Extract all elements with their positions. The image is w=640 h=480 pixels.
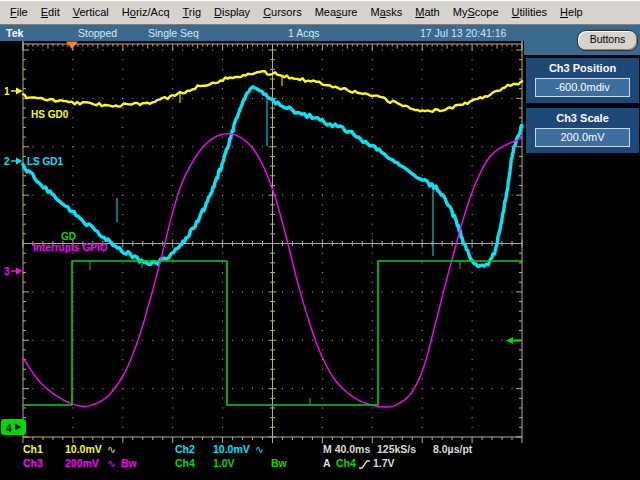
- grid-dot: [182, 98, 183, 99]
- menu-item-vertical[interactable]: Vertical: [73, 6, 109, 18]
- grid-dot: [192, 195, 193, 196]
- grid-dot: [402, 195, 403, 196]
- grid-dot: [72, 166, 73, 167]
- grid-dot: [122, 388, 123, 389]
- grid-dot: [172, 349, 173, 350]
- grid-dot: [422, 146, 423, 147]
- buttons-button[interactable]: Buttons: [577, 30, 638, 51]
- menu-item-masks[interactable]: Masks: [370, 6, 402, 18]
- grid-dot: [322, 427, 323, 428]
- grid-dot: [362, 98, 363, 99]
- ch3-position-value[interactable]: -600.0mdiv: [535, 78, 630, 97]
- grid-dot: [192, 146, 193, 147]
- oscilloscope-screen: FileEditVerticalHoriz/AcqTrigDisplayCurs…: [0, 0, 640, 480]
- grid-dot: [222, 320, 223, 321]
- grid-dot: [322, 417, 323, 418]
- grid-dot: [82, 388, 83, 389]
- grid-dot: [332, 388, 333, 389]
- menu-item-file[interactable]: File: [10, 6, 28, 18]
- grid-dot: [72, 98, 73, 99]
- grid-dot: [452, 340, 453, 341]
- grid-dot: [322, 108, 323, 109]
- grid-dot: [222, 185, 223, 186]
- channel-marker-ch1-arrow-icon[interactable]: [16, 88, 23, 95]
- grid-dot: [352, 50, 353, 51]
- channel-marker-ch3[interactable]: 3: [4, 266, 10, 277]
- grid-dot: [292, 98, 293, 99]
- grid-dot: [422, 407, 423, 408]
- grid-dot: [362, 291, 363, 292]
- grid-dot: [352, 340, 353, 341]
- grid-dot: [122, 98, 123, 99]
- grid-dot: [352, 146, 353, 147]
- menu-item-math[interactable]: Math: [415, 6, 439, 18]
- grid-dot: [322, 156, 323, 157]
- grid-dot: [122, 262, 123, 263]
- grid-dot: [222, 311, 223, 312]
- grid-dot: [332, 146, 333, 147]
- grid-dot: [172, 427, 173, 428]
- menu-item-display[interactable]: Display: [214, 6, 250, 18]
- grid-dot: [342, 340, 343, 341]
- menu-item-help[interactable]: Help: [560, 6, 583, 18]
- grid-dot: [172, 98, 173, 99]
- grid-dot: [172, 320, 173, 321]
- grid-dot: [72, 204, 73, 205]
- grid-dot: [222, 127, 223, 128]
- grid-dot: [242, 388, 243, 389]
- grid-dot: [292, 50, 293, 51]
- grid-dot: [52, 50, 53, 51]
- grid-dot: [352, 388, 353, 389]
- grid-dot: [422, 204, 423, 205]
- channel-marker-ch3-arrow-icon[interactable]: [16, 268, 23, 275]
- grid-dot: [422, 156, 423, 157]
- grid-dot: [392, 146, 393, 147]
- grid-dot: [462, 340, 463, 341]
- grid-dot: [52, 146, 53, 147]
- menu-item-measure[interactable]: Measure: [315, 6, 358, 18]
- grid-dot: [402, 146, 403, 147]
- channel-marker-ch4-box[interactable]: [1, 419, 26, 435]
- grid-dot: [452, 146, 453, 147]
- channel-marker-ch2[interactable]: 2: [4, 156, 10, 167]
- trigger-level-arrow-icon[interactable]: [506, 337, 521, 344]
- grid-dot: [92, 291, 93, 292]
- grid-dot: [112, 98, 113, 99]
- grid-dot: [82, 50, 83, 51]
- trace-label-ch4: GD: [61, 231, 76, 242]
- grid-dot: [372, 398, 373, 399]
- grid-dot: [252, 291, 253, 292]
- grid-dot: [472, 417, 473, 418]
- menu-item-myscope[interactable]: MyScope: [453, 6, 499, 18]
- grid-dot: [372, 117, 373, 118]
- grid-dot: [492, 98, 493, 99]
- grid-dot: [242, 195, 243, 196]
- grid-dot: [422, 108, 423, 109]
- grid-dot: [422, 320, 423, 321]
- grid-dot: [472, 320, 473, 321]
- menu-item-cursors[interactable]: Cursors: [263, 6, 302, 18]
- menu-item-edit[interactable]: Edit: [41, 6, 60, 18]
- grid-dot: [92, 146, 93, 147]
- grid-dot: [172, 340, 173, 341]
- grid-dot: [472, 253, 473, 254]
- grid-dot: [482, 388, 483, 389]
- grid-dot: [172, 262, 173, 263]
- grid-dot: [412, 146, 413, 147]
- menu-item-utilities[interactable]: Utilities: [512, 6, 547, 18]
- channel-marker-ch1[interactable]: 1: [4, 86, 10, 97]
- grid-dot: [72, 417, 73, 418]
- grid-dot: [322, 88, 323, 89]
- grid-dot: [92, 340, 93, 341]
- menu-item-horizacq[interactable]: Horiz/Acq: [122, 6, 170, 18]
- grid-dot: [212, 195, 213, 196]
- grid-dot: [202, 340, 203, 341]
- grid-dot: [302, 340, 303, 341]
- channel-marker-ch4[interactable]: 4: [6, 423, 12, 434]
- grid-dot: [392, 291, 393, 292]
- menu-item-trig[interactable]: Trig: [183, 6, 202, 18]
- grid-dot: [222, 214, 223, 215]
- grid-dot: [162, 291, 163, 292]
- ch3-scale-value[interactable]: 200.0mV: [535, 128, 630, 147]
- grid-dot: [312, 340, 313, 341]
